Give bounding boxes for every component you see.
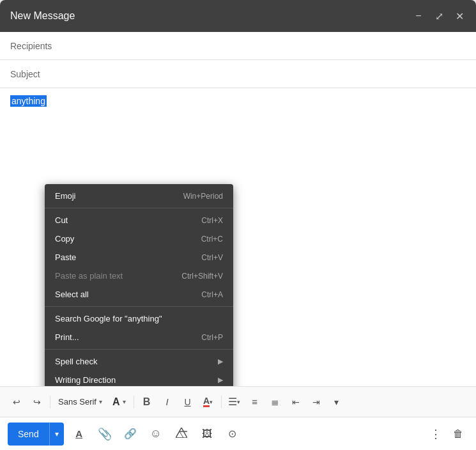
ctx-spell-check-label: Spell check xyxy=(55,357,97,366)
recipients-label: Recipients xyxy=(10,41,52,51)
ctx-writing-dir-arrow: ▶ xyxy=(218,376,223,384)
svg-marker-6 xyxy=(176,431,183,438)
send-button[interactable]: Send xyxy=(8,423,49,446)
insert-emoji-icon: ☺ xyxy=(150,427,162,440)
numbered-list-button[interactable]: ≡ xyxy=(246,393,264,411)
text-color-button[interactable]: A ▾ xyxy=(199,393,217,411)
bottom-right-actions: ⋮ 🗑 xyxy=(425,424,468,444)
context-menu-emoji[interactable]: Emoji Win+Period xyxy=(45,187,233,205)
context-menu-spell-check[interactable]: Spell check ▶ xyxy=(45,352,233,371)
ctx-paste-plain-label: Paste as plain text xyxy=(55,271,123,281)
font-size-arrow: ▾ xyxy=(123,398,126,405)
font-size-label: A xyxy=(112,396,120,408)
discard-button[interactable]: 🗑 xyxy=(448,424,468,444)
undo-button[interactable]: ↩ xyxy=(8,393,26,411)
more-options-icon: ⋮ xyxy=(430,427,441,441)
bold-button[interactable]: B xyxy=(138,393,156,411)
ctx-cut-shortcut: Ctrl+X xyxy=(201,216,223,225)
send-button-wrapper: Send ▾ xyxy=(8,423,64,446)
confidential-button[interactable]: ⊙ xyxy=(222,424,243,444)
maximize-button[interactable]: ⤢ xyxy=(433,10,445,22)
ctx-paste-plain-shortcut: Ctrl+Shift+V xyxy=(181,272,223,281)
bullet-list-button[interactable]: ≣ xyxy=(266,393,284,411)
ctx-select-all-label: Select all xyxy=(55,290,89,299)
more-formatting-button[interactable]: ▾ xyxy=(328,393,346,411)
insert-photo-icon: 🖼 xyxy=(202,428,212,440)
confidential-icon: ⊙ xyxy=(228,428,236,440)
insert-drive-icon xyxy=(176,428,187,440)
format-text-button[interactable]: A xyxy=(69,424,89,444)
minimize-button[interactable]: − xyxy=(412,10,425,22)
italic-button[interactable]: I xyxy=(158,393,176,411)
subject-field[interactable]: Subject xyxy=(0,60,476,88)
bottom-bar: Send ▾ A 📎 🔗 ☺ 🖼 xyxy=(0,417,476,450)
ctx-paste-label: Paste xyxy=(55,252,76,262)
ctx-search-google-label: Search Google for "anything" xyxy=(55,314,162,323)
format-text-icon: A xyxy=(75,428,82,439)
context-menu-print[interactable]: Print... Ctrl+P xyxy=(45,328,233,346)
send-dropdown-button[interactable]: ▾ xyxy=(49,423,64,446)
font-family-button[interactable]: Sans Serif ▾ xyxy=(54,393,106,411)
ctx-print-shortcut: Ctrl+P xyxy=(201,333,223,342)
toolbar-sep-2 xyxy=(134,396,134,408)
ctx-paste-shortcut: Ctrl+V xyxy=(201,253,223,262)
svg-marker-5 xyxy=(176,428,187,438)
ctx-emoji-label: Emoji xyxy=(55,191,76,201)
more-formatting-icon: ▾ xyxy=(334,397,339,407)
ctx-divider-3 xyxy=(45,349,233,350)
title-bar: New Message − ⤢ ✕ xyxy=(0,0,476,32)
context-menu-select-all[interactable]: Select all Ctrl+A xyxy=(45,285,233,304)
underline-button[interactable]: U xyxy=(179,393,197,411)
more-options-button[interactable]: ⋮ xyxy=(425,424,445,444)
context-menu: Emoji Win+Period Cut Ctrl+X Copy Ctrl+C … xyxy=(45,184,233,386)
selected-text: anything xyxy=(10,95,47,107)
context-menu-copy[interactable]: Copy Ctrl+C xyxy=(45,229,233,248)
ctx-copy-shortcut: Ctrl+C xyxy=(201,235,223,244)
indent-icon: ⇥ xyxy=(312,397,320,407)
recipients-field[interactable]: Recipients xyxy=(0,32,476,60)
close-button[interactable]: ✕ xyxy=(453,10,466,22)
ctx-emoji-shortcut: Win+Period xyxy=(183,192,223,201)
indent-button[interactable]: ⇥ xyxy=(307,393,325,411)
body-text: anything xyxy=(10,95,47,107)
redo-button[interactable]: ↪ xyxy=(28,393,46,411)
discard-icon: 🗑 xyxy=(453,428,463,440)
insert-drive-button[interactable] xyxy=(171,424,192,444)
text-color-icon: A xyxy=(203,396,210,407)
context-menu-paste[interactable]: Paste Ctrl+V xyxy=(45,248,233,267)
text-color-arrow: ▾ xyxy=(210,399,213,405)
ctx-select-all-shortcut: Ctrl+A xyxy=(201,290,223,299)
align-arrow: ▾ xyxy=(237,399,240,405)
context-menu-cut[interactable]: Cut Ctrl+X xyxy=(45,211,233,229)
ctx-divider-2 xyxy=(45,306,233,307)
font-family-label: Sans Serif xyxy=(58,397,96,407)
align-button[interactable]: ☰ ▾ xyxy=(226,393,243,411)
insert-link-icon: 🔗 xyxy=(124,428,137,440)
insert-link-button[interactable]: 🔗 xyxy=(120,424,141,444)
subject-label: Subject xyxy=(10,69,40,79)
context-menu-paste-plain: Paste as plain text Ctrl+Shift+V xyxy=(45,267,233,285)
formatting-toolbar: ↩ ↪ Sans Serif ▾ A ▾ B I U A ▾ ☰ ▾ ≡ ≣ xyxy=(0,386,476,417)
outdent-button[interactable]: ⇤ xyxy=(287,393,305,411)
insert-emoji-button[interactable]: ☺ xyxy=(146,424,166,444)
attach-file-icon: 📎 xyxy=(98,427,112,441)
bullet-list-icon: ≣ xyxy=(271,396,279,408)
context-menu-writing-direction[interactable]: Writing Direction ▶ xyxy=(45,371,233,386)
attach-file-button[interactable]: 📎 xyxy=(95,424,115,444)
ctx-spell-check-arrow: ▶ xyxy=(218,357,223,366)
toolbar-sep-3 xyxy=(221,396,222,408)
ctx-cut-label: Cut xyxy=(55,215,68,225)
title-actions: − ⤢ ✕ xyxy=(412,10,466,22)
compose-window: New Message − ⤢ ✕ Recipients Subject any… xyxy=(0,0,476,450)
font-size-button[interactable]: A ▾ xyxy=(109,393,130,411)
outdent-icon: ⇤ xyxy=(292,397,300,407)
context-menu-search-google[interactable]: Search Google for "anything" xyxy=(45,309,233,328)
insert-photo-button[interactable]: 🖼 xyxy=(197,424,217,444)
ctx-divider-1 xyxy=(45,208,233,208)
ctx-copy-label: Copy xyxy=(55,234,74,244)
toolbar-sep-1 xyxy=(50,396,50,408)
numbered-list-icon: ≡ xyxy=(252,396,257,407)
body-area[interactable]: anything Emoji Win+Period Cut Ctrl+X Cop… xyxy=(0,88,476,386)
align-icon: ☰ xyxy=(228,396,237,408)
ctx-print-label: Print... xyxy=(55,332,79,342)
